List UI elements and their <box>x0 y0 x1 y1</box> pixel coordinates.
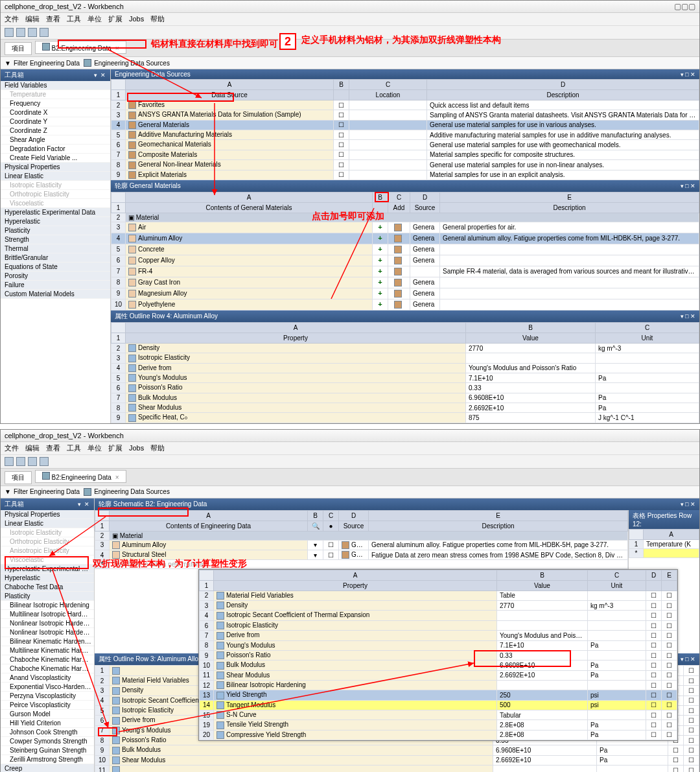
add-material-button[interactable] <box>376 245 385 254</box>
material-icon <box>128 257 136 264</box>
engineering-data-sources[interactable]: Engineering Data Sources <box>84 59 170 67</box>
tool-icon[interactable] <box>40 28 49 37</box>
source-icon <box>394 235 402 242</box>
engineering-data-sources[interactable]: Engineering Data Sources <box>84 488 170 496</box>
book-icon <box>128 101 136 109</box>
material-icon <box>128 279 136 287</box>
tab-project[interactable]: 项目 <box>5 471 32 484</box>
source-icon <box>394 268 402 275</box>
data-icon <box>42 43 50 51</box>
filter-engineering-data[interactable]: ▼ Filter Engineering Data <box>5 488 80 496</box>
add-material-button[interactable] <box>376 300 385 309</box>
pane-properties: 属性 Outline Row 4: Aluminum Alloy▾ □ ✕ <box>111 310 699 322</box>
source-icon <box>394 224 402 231</box>
add-material-button[interactable] <box>376 234 385 243</box>
source-icon <box>394 279 402 287</box>
sources-icon <box>84 59 91 67</box>
toolbox-sidebar-2: 工具箱▾ ✕ Physical PropertiesLinear Elastic… <box>1 498 95 772</box>
property-icon <box>128 374 136 382</box>
toolbar[interactable] <box>1 26 699 40</box>
toolbox-tree-2[interactable]: Physical PropertiesLinear ElasticIsotrop… <box>1 510 94 772</box>
property-icon <box>128 394 136 402</box>
book-icon <box>128 121 136 129</box>
material-icon <box>128 246 136 253</box>
book-icon <box>128 141 136 149</box>
table-data-sources[interactable]: ABCD 1Data SourceLocationDescription 2Fa… <box>111 79 699 180</box>
table-schematic[interactable]: ABCDE 1Contents of Engineering Data🔍●Sou… <box>95 510 628 570</box>
close-icon[interactable]: × <box>115 45 119 52</box>
add-material-button[interactable] <box>376 278 385 287</box>
property-icon <box>128 414 136 422</box>
window-max-icon[interactable]: ▢▢▢ <box>674 2 695 11</box>
toolbox-sidebar: 工具箱▾ ✕ Field Variables Temperature Frequ… <box>1 69 111 423</box>
pane-general-materials: 轮廓 General Materials▾ □ ✕ <box>111 180 699 192</box>
anno-num-2: 2 <box>279 33 296 50</box>
book-icon <box>128 131 136 139</box>
filter-bar: ▼ Filter Engineering Data Engineering Da… <box>1 57 699 69</box>
property-icon <box>128 344 136 352</box>
pane-schematic: 轮廓 Schematic B2: Engineering Data▾ □ ✕ <box>95 498 699 510</box>
menubar[interactable]: 文件编辑查看工具单位扩展Jobs帮助 <box>1 13 699 26</box>
material-icon <box>128 290 136 298</box>
property-icon <box>128 384 136 392</box>
pane-props-row12: 表格 Properties Row 12: <box>629 510 699 529</box>
source-icon <box>394 246 402 253</box>
cat-field-vars[interactable]: Field Variables <box>1 81 110 90</box>
tab-strip: 项目 B2:Engineering Data× <box>1 40 699 57</box>
source-icon <box>394 257 402 264</box>
book-icon <box>128 111 136 119</box>
table-general-materials[interactable]: ABCDE 1Contents of General MaterialsAddS… <box>111 192 699 310</box>
material-icon <box>128 268 136 275</box>
tool-icon[interactable] <box>28 28 37 37</box>
material-icon <box>128 224 136 231</box>
source-icon <box>394 301 402 309</box>
add-material-button[interactable] <box>376 223 385 232</box>
toolbox-header: 工具箱▾ ✕ <box>1 69 110 81</box>
tab-b2[interactable]: B2:Engineering Data× <box>35 470 126 483</box>
material-icon <box>128 301 136 309</box>
property-icon <box>128 404 136 412</box>
toolbar-2[interactable] <box>1 455 699 469</box>
add-material-button[interactable] <box>376 267 385 276</box>
tool-icon[interactable] <box>5 28 14 37</box>
material-icon <box>128 235 136 242</box>
add-material-button[interactable] <box>376 289 385 298</box>
property-icon <box>128 364 136 372</box>
book-icon <box>128 171 136 179</box>
filter-engineering-data[interactable]: ▼ Filter Engineering Data <box>5 59 80 67</box>
toolbox-tree[interactable]: Field Variables Temperature Frequency Co… <box>1 81 110 299</box>
property-icon <box>128 355 136 362</box>
table-properties[interactable]: ABC 1PropertyValueUnit 2Density2770kg m^… <box>111 322 699 423</box>
source-icon <box>394 290 402 298</box>
tab-b2[interactable]: B2:Engineering Data× <box>35 41 126 54</box>
tab-project[interactable]: 项目 <box>5 42 32 55</box>
book-icon <box>128 151 136 159</box>
add-material-button[interactable] <box>376 256 385 265</box>
window-title-2: cellphone_drop_test_V2 - Workbench <box>1 430 699 442</box>
tool-icon[interactable] <box>16 28 25 37</box>
window-title: cellphone_drop_test_V2 - Workbench ▢▢▢ <box>1 1 699 13</box>
book-icon <box>128 161 136 169</box>
menubar-2[interactable]: 文件编辑查看工具单位扩展Jobs帮助 <box>1 442 699 455</box>
floating-properties-pane[interactable]: ABCDE 1PropertyValueUnit 2Material Field… <box>198 569 678 741</box>
pane-data-sources: Engineering Data Sources▾ □ ✕ <box>111 69 699 79</box>
